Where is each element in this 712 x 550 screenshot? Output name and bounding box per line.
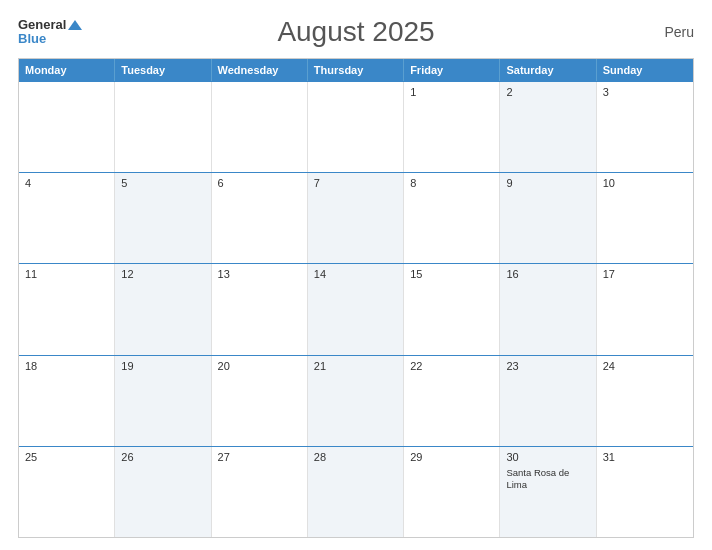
week-2: 4 5 6 7 8 9 10	[19, 172, 693, 263]
calendar-body: 1 2 3 4 5 6 7 8 9 10 11 12 13 14 15	[19, 81, 693, 537]
logo-general-text: General	[18, 18, 66, 32]
cell-w5-wed: 27	[212, 447, 308, 537]
cell-w2-wed: 6	[212, 173, 308, 263]
cell-w4-fri: 22	[404, 356, 500, 446]
cell-w3-fri: 15	[404, 264, 500, 354]
cell-w2-sat: 9	[500, 173, 596, 263]
cell-w4-sat: 23	[500, 356, 596, 446]
cell-w3-wed: 13	[212, 264, 308, 354]
cell-w4-thu: 21	[308, 356, 404, 446]
cell-w3-sat: 16	[500, 264, 596, 354]
cell-w5-thu: 28	[308, 447, 404, 537]
header-wednesday: Wednesday	[212, 59, 308, 81]
cell-w3-thu: 14	[308, 264, 404, 354]
calendar-header: Monday Tuesday Wednesday Thursday Friday…	[19, 59, 693, 81]
cell-w1-mon	[19, 82, 115, 172]
week-5: 25 26 27 28 29 30 Santa Rosa de Lima 31	[19, 446, 693, 537]
cell-w4-sun: 24	[597, 356, 693, 446]
cell-w1-thu	[308, 82, 404, 172]
cell-w3-mon: 11	[19, 264, 115, 354]
cell-w1-sun: 3	[597, 82, 693, 172]
cell-w5-tue: 26	[115, 447, 211, 537]
cell-w5-sun: 31	[597, 447, 693, 537]
calendar-title: August 2025	[108, 16, 604, 48]
logo-blue-text: Blue	[18, 31, 46, 46]
cell-w1-tue	[115, 82, 211, 172]
country-label: Peru	[604, 24, 694, 40]
cell-w1-wed	[212, 82, 308, 172]
cell-w5-mon: 25	[19, 447, 115, 537]
page: General Blue August 2025 Peru Monday Tue…	[0, 0, 712, 550]
cell-w4-mon: 18	[19, 356, 115, 446]
week-1: 1 2 3	[19, 81, 693, 172]
calendar: Monday Tuesday Wednesday Thursday Friday…	[18, 58, 694, 538]
cell-w2-fri: 8	[404, 173, 500, 263]
santa-rosa-event: Santa Rosa de Lima	[506, 467, 589, 492]
header-friday: Friday	[404, 59, 500, 81]
header: General Blue August 2025 Peru	[18, 16, 694, 48]
header-monday: Monday	[19, 59, 115, 81]
cell-w4-tue: 19	[115, 356, 211, 446]
cell-w5-fri: 29	[404, 447, 500, 537]
week-3: 11 12 13 14 15 16 17	[19, 263, 693, 354]
header-saturday: Saturday	[500, 59, 596, 81]
cell-w5-sat: 30 Santa Rosa de Lima	[500, 447, 596, 537]
cell-w3-sun: 17	[597, 264, 693, 354]
header-tuesday: Tuesday	[115, 59, 211, 81]
cell-w1-sat: 2	[500, 82, 596, 172]
week-4: 18 19 20 21 22 23 24	[19, 355, 693, 446]
cell-w2-tue: 5	[115, 173, 211, 263]
logo: General Blue	[18, 18, 108, 47]
cell-w2-sun: 10	[597, 173, 693, 263]
cell-w4-wed: 20	[212, 356, 308, 446]
logo-triangle-icon	[68, 20, 82, 30]
header-sunday: Sunday	[597, 59, 693, 81]
cell-w2-thu: 7	[308, 173, 404, 263]
cell-w2-mon: 4	[19, 173, 115, 263]
header-thursday: Thursday	[308, 59, 404, 81]
cell-w1-fri: 1	[404, 82, 500, 172]
cell-w3-tue: 12	[115, 264, 211, 354]
